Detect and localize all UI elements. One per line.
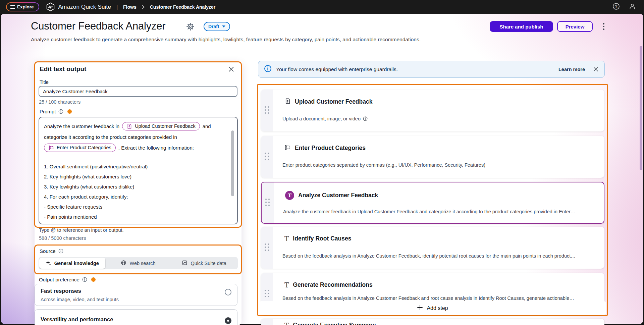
preview-button[interactable]: Preview [557,21,593,32]
modified-indicator-dot [91,277,96,282]
title-input[interactable] [39,86,237,97]
page-scrollbar-thumb[interactable] [640,46,642,170]
text-step-icon: T [284,322,289,325]
prompt-editor[interactable]: Analyze the customer feedback in Upload … [39,117,238,224]
plus-icon [417,305,423,312]
option-versatility-performance[interactable]: Versatility and performance [35,309,237,325]
prompt-char-count: 588 / 5000 characters [39,235,86,241]
reference-pill-enter-product-categories[interactable]: Enter Product Categories [44,144,116,152]
drag-handle[interactable] [261,319,273,325]
explore-label: Explore [17,4,34,9]
user-account-icon[interactable] [629,3,636,11]
step-card-enter-product-categories[interactable]: Enter Product Categories Enter product c… [261,136,604,178]
breadcrumb-chevron-icon [141,5,145,9]
top-navigation-bar: Explore Amazon Quick Suite | Flows Custo… [0,0,644,14]
info-icon[interactable] [58,109,63,114]
upload-file-icon [284,98,291,106]
data-icon [182,260,187,267]
prompt-helper-text: Type @ to reference an input or output. [39,227,124,233]
breadcrumb-divider: | [116,4,118,10]
page-scrollbar[interactable] [640,29,643,325]
output-preference-label: Output preference [39,277,79,282]
title-char-count: 25 / 100 characters [39,99,80,105]
text-step-icon-active: T [285,191,294,200]
info-icon[interactable] [58,249,63,254]
option-fast-responses[interactable]: Fast responses Across image, video, and … [35,284,237,306]
flow-description: Analyze customer feedback to generate a … [31,37,507,43]
chevron-down-icon [222,25,225,28]
step-card-identify-root-causes[interactable]: T Identify Root Causes Based on the feed… [261,227,604,269]
drag-handle[interactable] [261,227,273,269]
flow-steps-container: Upload Customer Feedback Upload a docume… [257,84,608,316]
explore-button[interactable]: Explore [6,2,39,11]
banner-close-icon[interactable] [593,66,599,72]
step-card-analyze-customer-feedback[interactable]: T Analyze Customer Feedback Analyze the … [261,182,604,224]
brand-name: Amazon Quick Suite [58,4,111,10]
settings-gear-icon[interactable] [186,22,195,32]
drag-handle[interactable] [262,182,274,223]
modified-indicator-dot [67,109,72,114]
title-field-label: Title [40,79,49,85]
radio-selected[interactable] [225,317,231,324]
text-step-icon: T [284,282,289,288]
prompt-text: categorize it according to the product c… [44,134,177,140]
add-step-button[interactable]: Add step [259,301,606,315]
guardrails-info-banner: Your flow comes equipped with enterprise… [258,61,605,78]
prompt-text: Analyze the customer feedback in [44,123,119,129]
step-card-generate-executive-summary[interactable]: T Generate Executive Summary [261,319,604,325]
page-title: Customer Feedback Analyzer [31,20,165,32]
banner-message: Your flow comes equipped with enterprise… [276,66,398,72]
sparkle-icon [46,260,51,267]
learn-more-link[interactable]: Learn more [558,67,585,72]
source-segmented-control: General knowledge Web search Quick Suite… [39,257,238,269]
svg-text:?: ? [615,4,617,9]
prompt-list: 1. Overall sentiment (positive/negative/… [44,162,228,222]
breadcrumb-current-page: Customer Feedback Analyzer [150,4,216,10]
drag-handle[interactable] [261,136,273,178]
drag-handle[interactable] [261,90,273,131]
share-and-publish-button[interactable]: Share and publish [490,21,553,32]
app-window: Explore Amazon Quick Suite | Flows Custo… [0,0,644,325]
status-badge-draft[interactable]: Draft [204,22,230,31]
source-tab-general-knowledge[interactable]: General knowledge [39,258,105,269]
help-icon[interactable]: ? [612,3,620,11]
info-icon[interactable] [82,277,87,282]
quick-suite-logo-icon[interactable] [46,2,55,11]
text-input-icon [284,144,291,152]
info-icon [264,65,272,74]
reference-pill-upload-customer-feedback[interactable]: Upload Customer Feedback [122,122,200,130]
dialog-title: Edit text output [40,65,86,73]
radio-unselected[interactable] [225,289,231,295]
source-tab-quick-suite-data[interactable]: Quick Suite data [171,258,237,269]
edit-text-output-dialog: Edit text output Title 25 / 100 characte… [35,62,241,325]
source-tab-web-search[interactable]: Web search [105,258,171,269]
prompt-label: Prompt [40,109,56,114]
breadcrumb-flows-link[interactable]: Flows [123,4,137,10]
more-options-kebab-icon[interactable] [601,22,606,31]
status-label: Draft [208,24,219,29]
text-step-icon: T [284,235,289,242]
info-icon[interactable] [363,116,368,121]
source-label: Source [40,248,56,254]
step-card-upload-customer-feedback[interactable]: Upload Customer Feedback Upload a docume… [261,90,604,131]
close-icon[interactable] [228,66,234,74]
globe-icon [121,260,126,267]
prompt-text: and [203,123,211,129]
hamburger-icon [10,5,15,9]
prompt-scrollbar-thumb[interactable] [231,130,234,196]
prompt-text: . Extract the following information: [118,145,194,151]
